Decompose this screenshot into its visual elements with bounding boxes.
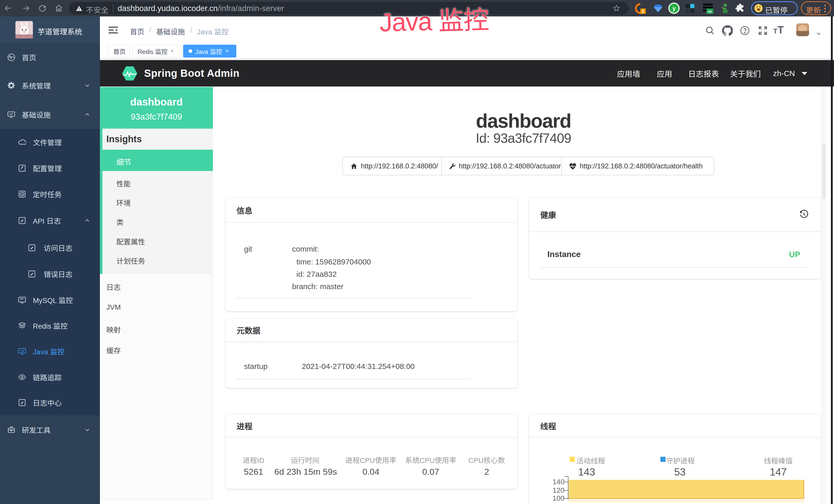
svg-text:on: on [708, 9, 712, 13]
svg-text:y: y [673, 5, 676, 12]
svg-text:1: 1 [642, 9, 644, 14]
